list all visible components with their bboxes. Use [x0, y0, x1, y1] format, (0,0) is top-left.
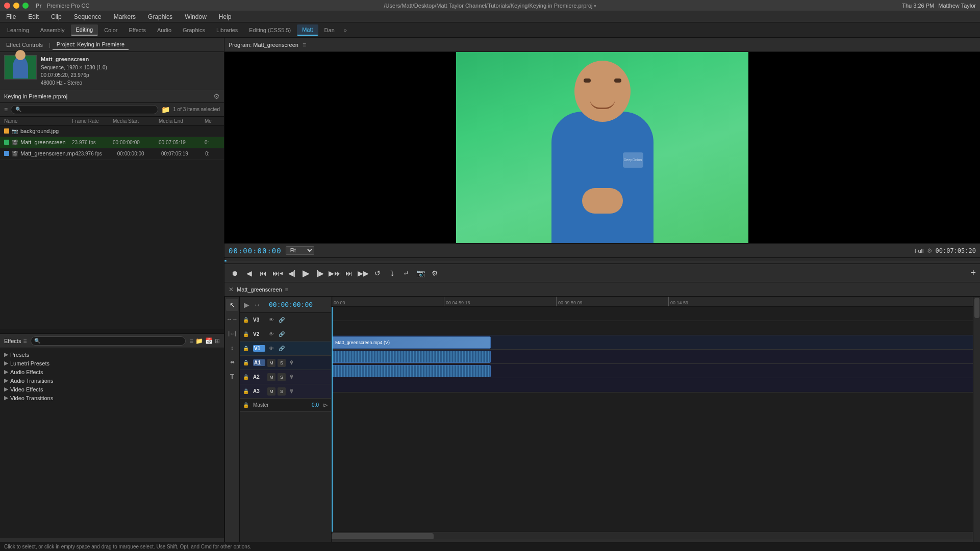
track-sync-v1[interactable]: 🔗: [278, 345, 286, 353]
help-menu[interactable]: Help: [217, 12, 234, 21]
effects-menu-icon[interactable]: ≡: [23, 337, 27, 345]
go-to-in[interactable]: ⏮: [257, 267, 269, 279]
insert-button[interactable]: ⤵: [386, 267, 398, 279]
audio-track-a3[interactable]: [332, 378, 973, 392]
fit-dropdown[interactable]: Fit 25% 50% 75% 100%: [286, 246, 314, 255]
rolling-edit-tool[interactable]: ↕: [226, 342, 238, 354]
play-stop-button[interactable]: ▶: [300, 267, 312, 279]
step-back[interactable]: ⏭◀: [271, 267, 284, 279]
track-solo-a3[interactable]: S: [278, 387, 286, 396]
clip-menu[interactable]: Clip: [49, 12, 64, 21]
type-tool[interactable]: T: [226, 370, 238, 382]
new-bin-icon[interactable]: 📁: [161, 106, 170, 114]
step-back-frame[interactable]: ◀: [243, 267, 255, 279]
effects-folder-audio-effects[interactable]: ▶ Audio Effects: [2, 368, 222, 376]
track-lock-a1[interactable]: 🔒: [243, 360, 249, 365]
tab-effects[interactable]: Effects: [123, 25, 150, 35]
current-timecode[interactable]: 00:00:00:00: [229, 247, 282, 255]
track-visibility-v1[interactable]: 👁: [267, 345, 275, 353]
effects-grid-icon[interactable]: ⊞: [215, 337, 220, 345]
tab-editing-css[interactable]: Editing (CSS5.5): [244, 25, 296, 35]
window-menu[interactable]: Window: [183, 12, 209, 21]
next-edit[interactable]: |▶: [314, 267, 326, 279]
effects-list-icon[interactable]: ≡: [190, 337, 193, 345]
graphics-menu[interactable]: Graphics: [146, 12, 174, 21]
timeline-ruler[interactable]: 00:00 00:04:59:16 00:09:59:09 00:14:59:: [332, 297, 973, 307]
effects-new-icon[interactable]: 📁: [195, 337, 203, 345]
monitor-scrubber[interactable]: [224, 257, 980, 264]
tab-editing[interactable]: Editing: [71, 24, 98, 36]
button-editor[interactable]: ⚙: [429, 267, 441, 279]
track-sync-v3[interactable]: 🔗: [278, 316, 286, 324]
settings-icon[interactable]: ⚙: [927, 247, 933, 254]
selection-tool[interactable]: ↖: [226, 299, 238, 311]
track-voice-a3[interactable]: 🎙: [288, 387, 296, 396]
audio-track-a2[interactable]: [332, 364, 973, 378]
more-workspaces[interactable]: »: [341, 25, 350, 35]
sequence-menu[interactable]: Sequence: [72, 12, 104, 21]
track-lock-a3[interactable]: 🔒: [243, 388, 249, 394]
tab-effect-controls[interactable]: Effect Controls: [2, 40, 47, 50]
timeline-close-icon[interactable]: ✕: [229, 286, 234, 293]
maximize-button[interactable]: [22, 3, 29, 9]
tab-graphics[interactable]: Graphics: [178, 25, 210, 35]
video-track-v1[interactable]: Matt_greenscreen.mp4 (V): [332, 335, 973, 350]
tab-project[interactable]: Project: Keying in Premiere: [53, 39, 129, 50]
track-lock-master[interactable]: 🔒: [243, 402, 249, 408]
program-monitor-menu[interactable]: ≡: [303, 41, 306, 48]
step-forward[interactable]: ▶⏭: [329, 267, 341, 279]
master-settings-icon[interactable]: ⊳: [323, 402, 328, 409]
track-mute-a3[interactable]: M: [267, 387, 275, 396]
audio-clip-a1[interactable]: [332, 351, 491, 363]
tab-libraries[interactable]: Libraries: [211, 25, 243, 35]
effects-folder-video-transitions[interactable]: ▶ Video Transitions: [2, 393, 222, 402]
audio-track-a1[interactable]: [332, 350, 973, 364]
effects-calendar-icon[interactable]: 📅: [205, 337, 213, 345]
export-frame[interactable]: 📷: [414, 267, 426, 279]
tab-color[interactable]: Color: [99, 25, 122, 35]
track-select-tool[interactable]: ↔→: [226, 313, 238, 325]
project-settings-icon[interactable]: ⚙: [213, 92, 220, 100]
prev-edit[interactable]: ◀|: [286, 267, 298, 279]
master-value[interactable]: 0.0: [312, 402, 319, 408]
close-button[interactable]: [4, 3, 10, 9]
tab-matt[interactable]: Matt: [297, 24, 318, 36]
track-mute-a1[interactable]: M: [267, 359, 275, 367]
track-lock-v1[interactable]: 🔒: [243, 346, 249, 351]
video-clip[interactable]: Matt_greenscreen.mp4 (V): [332, 336, 491, 349]
ripple-edit-tool[interactable]: |↔|: [226, 327, 238, 339]
timeline-scrollbar[interactable]: [332, 532, 973, 539]
track-sync-v2[interactable]: 🔗: [278, 330, 286, 338]
track-mute-a2[interactable]: M: [267, 373, 275, 381]
track-visibility-v2[interactable]: 👁: [267, 330, 275, 338]
effects-folder-video-effects[interactable]: ▶ Video Effects: [2, 385, 222, 393]
resolution-label[interactable]: Full: [915, 248, 924, 254]
track-visibility-v3[interactable]: 👁: [267, 316, 275, 324]
effects-search-box[interactable]: 🔍: [31, 336, 186, 346]
effects-folder-audio-transitions[interactable]: ▶ Audio Transitions: [2, 376, 222, 385]
vertical-scrollbar-thumb[interactable]: [974, 298, 979, 318]
video-track-v2[interactable]: [332, 321, 973, 335]
step-forward-frame[interactable]: ▶▶: [357, 267, 369, 279]
overwrite-button[interactable]: ⤶: [400, 267, 412, 279]
loop-button[interactable]: ↺: [371, 267, 384, 279]
list-item[interactable]: 🎬 Matt_greenscreen 23.976 fps 00:00:00:0…: [0, 137, 224, 148]
tab-assembly[interactable]: Assembly: [35, 25, 70, 35]
track-voice-a2[interactable]: 🎙: [288, 373, 296, 381]
effects-folder-lumetri[interactable]: ▶ Lumetri Presets: [2, 359, 222, 368]
minimize-button[interactable]: [13, 3, 19, 9]
track-lock-v3[interactable]: 🔒: [243, 317, 249, 323]
track-voice-a1[interactable]: 🎙: [288, 359, 296, 367]
mark-in-button[interactable]: ⏺: [229, 267, 241, 279]
tab-audio[interactable]: Audio: [152, 25, 177, 35]
list-item[interactable]: 📷 background.jpg: [0, 126, 224, 137]
timeline-play-in[interactable]: ▶: [244, 301, 249, 309]
edit-menu[interactable]: Edit: [26, 12, 41, 21]
timeline-menu-icon[interactable]: ≡: [285, 286, 288, 293]
file-menu[interactable]: File: [4, 12, 18, 21]
list-view-icon[interactable]: ≡: [4, 106, 8, 113]
timeline-timecode[interactable]: 00:00:00:00: [269, 301, 313, 308]
video-track-v3[interactable]: [332, 307, 973, 321]
tab-learning[interactable]: Learning: [2, 25, 34, 35]
search-box[interactable]: 🔍: [11, 105, 158, 114]
